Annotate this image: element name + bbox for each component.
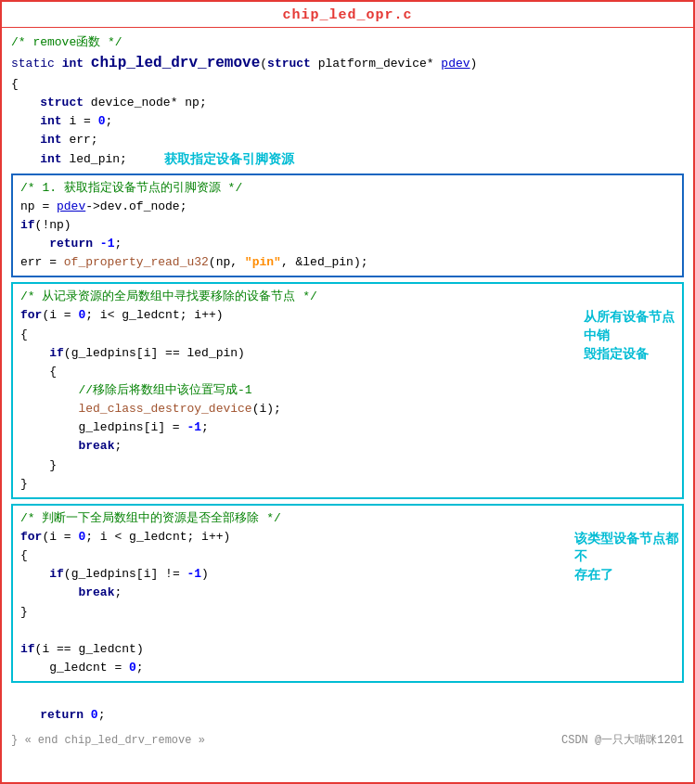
line-open-brace: {: [11, 75, 684, 94]
cbox1-break: break;: [20, 437, 675, 456]
line-comment-remove: /* remove函数 */: [11, 33, 684, 52]
cbox1-if-ledpins: if(g_ledpins[i] == led_pin): [20, 344, 675, 363]
cbox1-comment2: //移除后将数组中该位置写成-1: [20, 381, 675, 400]
cbox2-blank: [20, 622, 675, 640]
cbox2-break: break;: [20, 584, 675, 602]
cbox1-close2: }: [20, 456, 675, 475]
box1-err-assign: err = of_property_read_u32(np, "pin", &l…: [20, 253, 675, 272]
box1-return-neg1: return -1;: [20, 235, 675, 253]
footer-left: } « end chip_led_drv_remove »: [11, 734, 205, 747]
blue-box-1: /* 1. 获取指定设备节点的引脚资源 */ np = pdev->dev.of…: [11, 174, 684, 278]
cbox1-open2: {: [20, 363, 675, 381]
cbox1-ledpins-assign: g_ledpins[i] = -1;: [20, 418, 675, 437]
cbox1-open1: {: [20, 326, 675, 344]
file-title: chip_led_opr.c: [2, 2, 693, 27]
cbox1-for: for(i = 0; i< g_ledcnt; i++): [20, 306, 675, 325]
cbox2-if-i-ledcnt: if(i == g_ledcnt): [20, 640, 675, 659]
box1-if-np: if(!np): [20, 216, 675, 235]
cbox1-close1: }: [20, 475, 675, 494]
annotation-2: 从所有设备节点中销 毁指定设备: [584, 308, 686, 363]
annotation-1: 获取指定设备引脚资源: [164, 150, 294, 169]
page-container: chip_led_opr.c /* remove函数 */ static int…: [0, 0, 695, 784]
line-return-0: return 0;: [11, 706, 684, 725]
footer: } « end chip_led_drv_remove » CSDN @一只大喵…: [2, 728, 693, 753]
line-blank: [11, 688, 684, 706]
line-func-sig: static int chip_led_drv_remove(struct pl…: [11, 52, 684, 75]
cbox2-close1: }: [20, 603, 675, 622]
cyan-box-wrapper-2: /* 判断一下全局数组中的资源是否全部移除 */ for(i = 0; i < …: [11, 504, 684, 683]
box1-comment: /* 1. 获取指定设备节点的引脚资源 */: [20, 179, 675, 198]
cbox2-g-ledcnt-assign: g_ledcnt = 0;: [20, 659, 675, 677]
annotation-3: 该类型设备节点都不 存在了: [574, 530, 686, 585]
cyan-box-wrapper-1: /* 从记录资源的全局数组中寻找要移除的设备节点 */ for(i = 0; i…: [11, 282, 684, 499]
cbox2-comment: /* 判断一下全局数组中的资源是否全部移除 */: [20, 509, 675, 528]
line-int-ledpin: int led_pin;: [11, 150, 127, 169]
cbox1-led-class-destroy: led_class_destroy_device(i);: [20, 400, 675, 418]
footer-right: CSDN @一只大喵咪1201: [561, 732, 684, 748]
line-int-i: int i = 0;: [11, 112, 684, 131]
cbox1-comment: /* 从记录资源的全局数组中寻找要移除的设备节点 */: [20, 288, 675, 306]
box1-np-assign: np = pdev->dev.of_node;: [20, 198, 675, 216]
code-area: /* remove函数 */ static int chip_led_drv_r…: [2, 27, 693, 728]
line-struct-decl: struct device_node* np;: [11, 94, 684, 112]
line-int-err: int err;: [11, 131, 684, 149]
